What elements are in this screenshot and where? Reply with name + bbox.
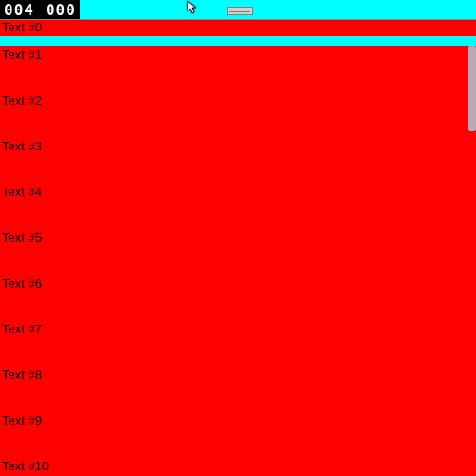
counter-display: 004 000 <box>0 0 80 19</box>
list-item[interactable]: Text #5 <box>0 228 468 274</box>
top-bar: 004 000 <box>0 0 476 19</box>
list-item[interactable]: Text #7 <box>0 320 468 366</box>
scrollbar[interactable] <box>468 46 476 476</box>
list-item[interactable]: Text #8 <box>0 366 468 411</box>
list-item[interactable]: Text #3 <box>0 137 468 183</box>
list-item[interactable]: Text #1 <box>0 46 468 91</box>
scrollbar-thumb[interactable] <box>468 46 476 131</box>
content-area: Text #1 Text #2 Text #3 Text #4 Text #5 … <box>0 46 476 476</box>
drag-handle-icon[interactable] <box>227 7 253 15</box>
list-item[interactable]: Text #2 <box>0 91 468 137</box>
list-item[interactable]: Text #10 <box>0 457 468 476</box>
list-header: Text #0 <box>0 19 476 36</box>
list-area: Text #1 Text #2 Text #3 Text #4 Text #5 … <box>0 46 468 476</box>
list-item[interactable]: Text #6 <box>0 274 468 320</box>
list-item[interactable]: Text #4 <box>0 183 468 228</box>
counter-right: 000 <box>46 1 76 19</box>
counter-left: 004 <box>4 1 34 19</box>
cursor-icon <box>186 0 201 15</box>
list-header-label: Text #0 <box>0 20 476 35</box>
separator-strip <box>0 36 476 46</box>
list-item[interactable]: Text #9 <box>0 411 468 457</box>
